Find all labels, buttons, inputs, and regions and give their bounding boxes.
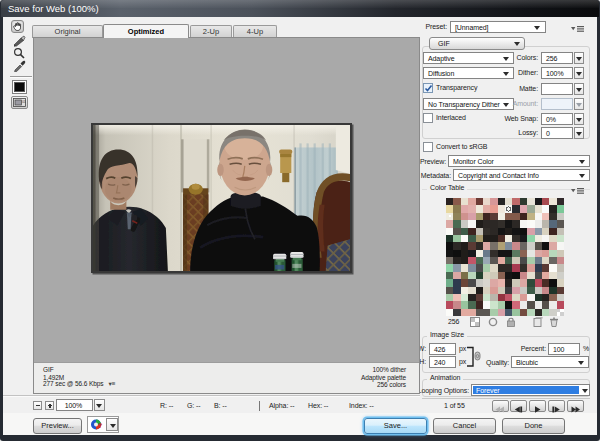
svg-text:?: ? <box>98 422 102 429</box>
svg-text:01: 01 <box>22 100 26 104</box>
